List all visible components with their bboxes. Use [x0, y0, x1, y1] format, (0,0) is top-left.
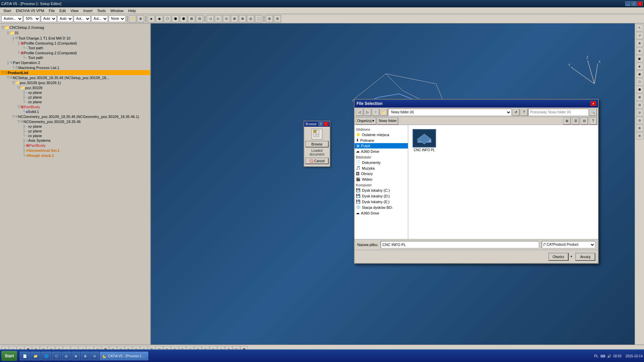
taskbar-icon-6[interactable]: ⊕ [71, 352, 80, 360]
toolbar-auto2-select[interactable]: Auto [57, 15, 73, 22]
fd-view-btn-1[interactable]: ⊞ [563, 117, 571, 125]
taskbar-catia-item[interactable]: 📐 CATIA V5 - [Process:1:... [100, 352, 148, 360]
tree-item-profile2[interactable]: └ ▣ Profile Contouring.2 (Computed) [0, 50, 150, 55]
toolbar-zoom-select[interactable]: 50% [23, 15, 40, 22]
menu-tools[interactable]: Tools [95, 8, 108, 13]
tree-item-xy1[interactable]: ├ ─ xy plane [0, 90, 150, 95]
rt-btn-2[interactable]: ↗ [636, 32, 643, 39]
tree-item-productlist[interactable]: ▽ ⚙ ProductList [0, 70, 150, 75]
toolbar-render-5[interactable]: ⬣ [180, 15, 187, 22]
tree-item-zx1[interactable]: └ ─ zx plane [0, 100, 150, 104]
file-tree-video[interactable]: 🎬 Wideo [355, 176, 408, 182]
open-button[interactable]: Otwórz [548, 253, 569, 261]
tree-item-roughstock[interactable]: └ ◈ Rough stock.1 [0, 153, 150, 158]
fd-location-btn[interactable]: 📁 [380, 109, 387, 116]
file-tree-recent[interactable]: ⭐ Ostatnie miejsca [355, 132, 408, 137]
toolbar-render-4[interactable]: ⬢ [172, 15, 179, 22]
toolbar-nav-4[interactable]: ⊗ [231, 15, 238, 22]
toolbar-btn-1[interactable]: ⚡ [129, 15, 136, 22]
cancel-file-button[interactable]: Anuluj [575, 253, 595, 261]
close-btn[interactable]: × [637, 1, 643, 6]
rt-btn-3[interactable]: ⊕ [636, 40, 643, 47]
file-dialog-close-btn[interactable]: × [591, 101, 596, 106]
toolbar-none-select[interactable]: None [109, 15, 125, 22]
maximize-btn[interactable]: □ [631, 1, 637, 6]
fd-refresh-btn[interactable]: ↺ [512, 109, 520, 116]
toolbar-render-3[interactable]: ⬡ [164, 15, 171, 22]
rt-btn-7[interactable]: ◉ [636, 70, 643, 78]
file-tree-bd[interactable]: 💿 Stacja dysków BD- [355, 204, 408, 210]
fd-forward-btn[interactable]: ▷ [364, 109, 371, 116]
taskbar-icon-3[interactable]: 🌐 [41, 352, 51, 360]
tree-item-machlist[interactable]: └ ⚙ Machining Process List.1 [0, 65, 150, 70]
fd-up-btn[interactable]: ↑ [372, 109, 379, 116]
toolbar-nav-1[interactable]: ◁ [207, 15, 214, 22]
taskbar-icon-5[interactable]: ◎ [62, 352, 71, 360]
menu-help[interactable]: Help [126, 8, 138, 13]
tree-item-cncselmag[interactable]: ▽ 📁 CNCSetup.2 //csmag [0, 25, 150, 30]
toolbar-nav-3[interactable]: ⊙ [223, 15, 230, 22]
toolbar-render-1[interactable]: ◈ [148, 15, 155, 22]
tree-item-01[interactable]: ▽ 📁 01 [0, 30, 150, 36]
rt-btn-9[interactable]: ⬢ [636, 86, 643, 93]
menu-file[interactable]: File [47, 8, 57, 13]
toolbar-auto1-select[interactable]: Auto [41, 15, 57, 22]
fd-new-folder-btn[interactable]: Nowy folder [378, 117, 398, 125]
menu-insert[interactable]: Insert [81, 8, 95, 13]
rt-btn-14[interactable]: ⊛ [636, 124, 643, 132]
fd-path-select[interactable]: Nowy folder (4) [388, 109, 512, 116]
browse-help-btn[interactable]: ? [318, 122, 323, 126]
menu-view[interactable]: View [68, 8, 80, 13]
menu-start[interactable]: Start [1, 8, 13, 13]
tree-item-axis[interactable]: ├ ✛ Axis Systems [0, 138, 150, 143]
toolbar-render-6[interactable]: ⊞ [188, 15, 195, 22]
tree-item-ncgeom[interactable]: ▽ ⚙ NCGeometry_poz.30109_18.35.46 [0, 119, 150, 124]
taskbar-icon-4[interactable]: ⬡ [52, 352, 61, 360]
rt-btn-10[interactable]: ⊞ [636, 94, 643, 101]
toolbar-aut2-select[interactable]: Aut... [91, 15, 108, 22]
file-tree-c[interactable]: 💾 Dysk lokalny (C:) [355, 187, 408, 193]
taskbar-icon-2[interactable]: 📁 [31, 352, 41, 360]
menu-window[interactable]: Window [108, 8, 125, 13]
toolbar-mode-select[interactable]: Autom... [1, 15, 23, 22]
tree-item-ncgeom-full[interactable]: ▽ ⚙ NCGeometry_poz.30109_18.35.46 (NCGeo… [0, 114, 150, 119]
tree-item-xy2[interactable]: ├ ─ xy plane [0, 124, 150, 129]
filename-input[interactable] [381, 241, 539, 248]
fd-help-btn[interactable]: ? [520, 109, 528, 116]
menu-edit[interactable]: Edit [57, 8, 68, 13]
rt-btn-12[interactable]: ⊙ [636, 109, 643, 116]
rt-btn-13[interactable]: ◎ [636, 117, 643, 124]
browse-close-btn[interactable]: × [324, 122, 328, 126]
fd-search-btn[interactable]: 🔍 [589, 109, 597, 116]
file-tree-music[interactable]: 🎵 Muzyka [355, 165, 408, 171]
tree-item-toolchange[interactable]: ├ ⚙ Tool Change.1 T1 End Mill D 10 [0, 36, 150, 41]
fd-search-input[interactable] [528, 109, 589, 116]
fd-view-btn-3[interactable]: ⊟ [581, 117, 588, 125]
file-tree-downloads[interactable]: ⬇ Pobrane [355, 137, 408, 143]
open-btn-group[interactable]: Otwórz ▼ [548, 253, 574, 261]
toolbar-aut1-select[interactable]: Aut... [74, 15, 91, 22]
rt-btn-15[interactable]: ⊜ [636, 132, 643, 139]
file-item-cnc[interactable]: CNC INFO PL [411, 128, 438, 153]
open-btn-arrow[interactable]: ▼ [569, 253, 574, 261]
toolbar-nav-6[interactable]: ◎ [247, 15, 254, 22]
tree-item-partbody1[interactable]: ▽ ▣ PartBody [0, 104, 150, 109]
tree-item-partop2[interactable]: ├ ⚙ Part Operation.2 [0, 60, 150, 65]
fd-organize-btn[interactable]: Organizuj ▼ [356, 117, 376, 125]
filetype-select[interactable]: (*.CATProduct) Product [542, 241, 595, 248]
file-tree-desktop[interactable]: 🖥 Pulpit [355, 143, 408, 148]
rt-btn-5[interactable]: ▣ [636, 55, 643, 62]
tree-item-partbody2[interactable]: ├ ▣ PartBody [0, 143, 150, 148]
tree-item-toolpath1[interactable]: └ ─ Tool path [0, 46, 150, 50]
rt-btn-6[interactable]: ◈ [636, 63, 643, 70]
toolbar-nav-7[interactable]: ⬚ [255, 15, 262, 22]
fd-help-btn-2[interactable]: ? [589, 117, 597, 125]
file-tree-a360-1[interactable]: ☁ A360 Drive [355, 148, 408, 154]
tree-item-profile1[interactable]: ├ ▣ Profile Contouring.1 (Computed) [0, 41, 150, 46]
file-tree-d[interactable]: 💾 Dysk lokalny (D:) [355, 193, 408, 199]
taskbar-icon-7[interactable]: ⊗ [81, 352, 90, 360]
toolbar-render-2[interactable]: ◉ [156, 15, 163, 22]
menu-enovia[interactable]: ENOVIA V5 VPM [14, 8, 46, 13]
minimize-btn[interactable]: _ [625, 1, 631, 6]
rt-btn-1[interactable]: ↖ [636, 24, 643, 32]
